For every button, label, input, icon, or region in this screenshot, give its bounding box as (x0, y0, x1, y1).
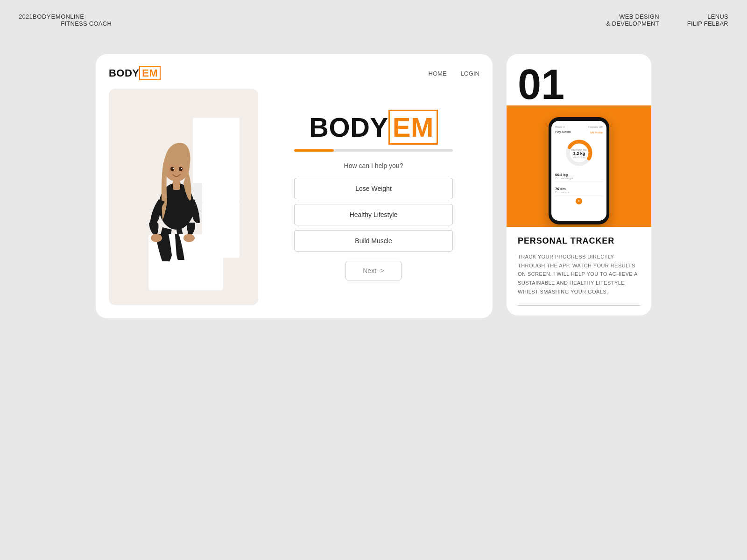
progress-bar-fill (294, 149, 334, 152)
left-card: BODYEM HOME LOGIN (96, 54, 493, 318)
option-build-muscle[interactable]: Build Muscle (294, 230, 453, 252)
form-section: BODYEM How can I help you? Lose Weight H… (268, 89, 479, 305)
card-nav: BODYEM HOME LOGIN (109, 67, 479, 79)
nav-coach-line2: FITNESS COACH (61, 20, 112, 27)
card-body: BODYEM How can I help you? Lose Weight H… (109, 89, 479, 305)
svg-point-21 (181, 168, 182, 169)
nav-webdesign: WEB DESIGN & DEVELOPMENT (606, 13, 659, 27)
tracker-divider (518, 305, 640, 306)
svg-point-18 (170, 167, 174, 171)
nav-webdesign-line2: & DEVELOPMENT (606, 20, 659, 27)
option-lose-weight[interactable]: Lose Weight (294, 178, 453, 199)
tracker-title: PERSONAL TRACKER (518, 236, 640, 246)
svg-rect-6 (173, 181, 180, 190)
svg-point-19 (179, 167, 183, 171)
nav-webdesign-line1: WEB DESIGN (606, 13, 659, 20)
brand-large-body: BODY (309, 112, 388, 142)
nav-coach: ONLINE FITNESS COACH (61, 13, 112, 27)
brand-logo-large: BODYEM (309, 114, 438, 141)
right-card: 01 Week 9 4 weeks left Hey Alexis! My Pr… (507, 54, 651, 315)
phone-frame: Week 9 4 weeks left Hey Alexis! My Profi… (549, 117, 609, 224)
main-content: BODYEM HOME LOGIN (0, 45, 747, 328)
phone-stat-weight: 60.3 kg Current weight (555, 171, 603, 182)
tracker-desc: TRACK YOUR PROGRESS DIRECTLY THROUGH THE… (518, 252, 640, 296)
nav-year: 2021 (19, 13, 33, 20)
nav-home-link[interactable]: HOME (429, 70, 447, 77)
top-nav: 2021 BODYEM ONLINE FITNESS COACH WEB DES… (0, 0, 747, 40)
nav-login-link[interactable]: LOGIN (461, 70, 479, 77)
svg-point-15 (183, 234, 195, 242)
phone-screen: Week 9 4 weeks left Hey Alexis! My Profi… (551, 121, 606, 221)
nav-author-line2: FILIP FELBAR (687, 20, 728, 27)
svg-rect-12 (151, 261, 171, 269)
phone-mockup-area: Week 9 4 weeks left Hey Alexis! My Profi… (507, 105, 651, 227)
logo-em: EM (139, 66, 161, 80)
svg-point-20 (173, 168, 174, 169)
logo-body: BODY (109, 67, 139, 79)
card-nav-links: HOME LOGIN (429, 70, 479, 77)
progress-bar-track (294, 149, 453, 152)
progress-bar-container (294, 149, 453, 152)
options-list: Lose Weight Healthy Lifestyle Build Musc… (294, 178, 453, 252)
phone-header-row: Week 9 4 weeks left (555, 126, 603, 128)
nav-brand: BODYEM (33, 13, 61, 20)
phone-stat-cm: 70 cm Current cm (555, 185, 603, 196)
svg-point-14 (151, 234, 162, 242)
nav-author-line1: LENUS (687, 13, 728, 20)
phone-weight-label: Current weight (555, 177, 573, 180)
card-logo: BODYEM (109, 67, 161, 79)
svg-text:3.2 kg: 3.2 kg (573, 151, 585, 156)
next-button[interactable]: Next -> (345, 261, 402, 280)
phone-cm-value: 70 cm (555, 187, 569, 191)
phone-stats: 60.3 kg Current weight 70 cm Current cm (555, 171, 603, 196)
phone-my-profile: My Profile (590, 131, 603, 134)
svg-text:out of 7.1 kg: out of 7.1 kg (572, 156, 585, 159)
form-question: How can I help you? (344, 162, 403, 169)
phone-plus-btn[interactable]: + (576, 198, 582, 204)
phone-greeting: Hey Alexis! (555, 130, 571, 133)
tracker-number: 01 (507, 54, 651, 105)
phone-week: Week 9 (555, 126, 564, 128)
option-healthy-lifestyle[interactable]: Healthy Lifestyle (294, 204, 453, 225)
svg-rect-13 (173, 260, 194, 267)
phone-weeks-left: 4 weeks left (588, 126, 603, 128)
donut-area: You have lost 3.2 kg out of 7.1 kg (555, 138, 603, 168)
photo-section (109, 89, 258, 305)
nav-author: LENUS FILIP FELBAR (687, 13, 728, 27)
tracker-text-area: PERSONAL TRACKER TRACK YOUR PROGRESS DIR… (507, 227, 651, 315)
brand-large-em: EM (388, 110, 438, 145)
nav-coach-line1: ONLINE (61, 13, 112, 20)
phone-weight-value: 60.3 kg (555, 173, 573, 177)
phone-cm-label: Current cm (555, 191, 569, 194)
